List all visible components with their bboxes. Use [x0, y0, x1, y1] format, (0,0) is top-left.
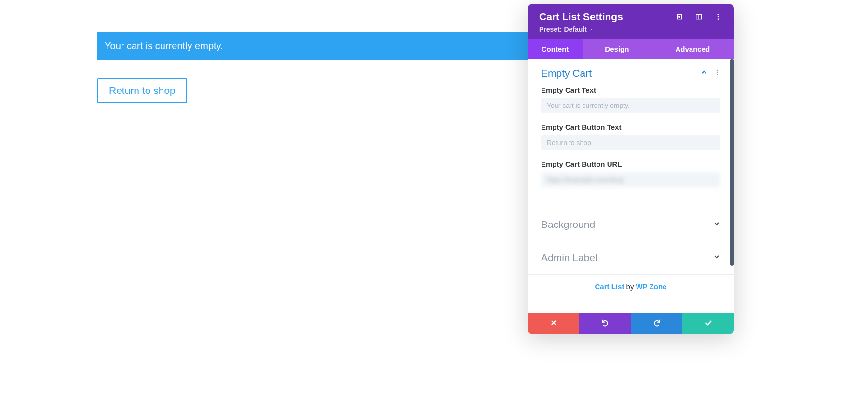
- input-empty-cart-button-text[interactable]: [541, 135, 720, 150]
- credit-line: Cart List by WP Zone: [528, 275, 734, 300]
- section-title-empty-cart: Empty Cart: [541, 67, 592, 79]
- credit-author-link[interactable]: WP Zone: [636, 282, 667, 291]
- chevron-down-icon: [713, 253, 720, 263]
- field-empty-cart-button-text: Empty Cart Button Text: [541, 123, 720, 150]
- svg-point-9: [717, 74, 718, 75]
- section-heading-background[interactable]: Background: [528, 208, 734, 241]
- chevron-up-icon[interactable]: [700, 68, 708, 78]
- section-body-empty-cart: Empty Cart Text Empty Cart Button Text E…: [528, 86, 734, 208]
- panel-footer: [528, 313, 734, 334]
- label-empty-cart-button-text: Empty Cart Button Text: [541, 123, 720, 131]
- section-heading-actions: [700, 68, 720, 78]
- expand-icon[interactable]: [675, 13, 684, 21]
- panel-tabs: Content Design Advanced: [528, 39, 734, 59]
- empty-cart-notice-text: Your cart is currently empty.: [105, 40, 223, 52]
- more-vertical-icon[interactable]: [714, 69, 720, 78]
- preset-label: Preset:: [539, 26, 562, 33]
- svg-point-5: [718, 16, 719, 18]
- panel-body: Empty Cart Empty Cart Text Empty Cart Bu: [528, 59, 734, 313]
- field-empty-cart-text: Empty Cart Text: [541, 86, 720, 113]
- svg-point-7: [717, 70, 718, 71]
- tab-content[interactable]: Content: [528, 39, 583, 59]
- svg-point-8: [717, 72, 718, 73]
- scrollbar-thumb[interactable]: [730, 59, 734, 266]
- svg-point-6: [718, 18, 719, 20]
- section-admin-label: Admin Label: [528, 241, 734, 275]
- more-vertical-icon[interactable]: [714, 13, 722, 21]
- tab-advanced[interactable]: Advanced: [651, 39, 734, 59]
- credit-by: by: [624, 282, 636, 291]
- input-empty-cart-text[interactable]: [541, 98, 720, 113]
- panel-header: Cart List Settings Preset: Default: [528, 4, 734, 39]
- undo-button[interactable]: [579, 313, 631, 334]
- close-icon: [550, 319, 557, 328]
- section-title-admin-label: Admin Label: [541, 252, 597, 264]
- redo-icon: [653, 319, 661, 329]
- cancel-button[interactable]: [528, 313, 579, 334]
- redo-button[interactable]: [631, 313, 682, 334]
- chevron-down-icon: [713, 220, 720, 229]
- check-icon: [705, 319, 712, 329]
- section-title-background: Background: [541, 219, 595, 230]
- section-heading-admin-label[interactable]: Admin Label: [528, 241, 734, 274]
- scrollbar[interactable]: [730, 59, 734, 297]
- panel-title-row: Cart List Settings: [539, 11, 722, 23]
- preset-value: Default: [564, 26, 586, 33]
- caret-down-icon: [589, 26, 594, 33]
- panel-header-icons: [675, 13, 722, 21]
- return-to-shop-button[interactable]: Return to shop: [97, 78, 187, 103]
- section-empty-cart: Empty Cart Empty Cart Text Empty Cart Bu: [528, 59, 734, 208]
- panel-title: Cart List Settings: [539, 11, 623, 23]
- section-heading-empty-cart[interactable]: Empty Cart: [528, 59, 734, 86]
- label-empty-cart-text: Empty Cart Text: [541, 86, 720, 94]
- preset-selector[interactable]: Preset: Default: [539, 26, 722, 33]
- svg-point-1: [679, 16, 680, 18]
- credit-product-link[interactable]: Cart List: [595, 282, 624, 291]
- label-empty-cart-button-url: Empty Cart Button URL: [541, 160, 720, 168]
- svg-point-4: [718, 14, 719, 15]
- return-to-shop-label: Return to shop: [109, 85, 176, 96]
- tab-design[interactable]: Design: [583, 39, 651, 59]
- input-empty-cart-button-url[interactable]: [541, 172, 720, 187]
- section-background: Background: [528, 208, 734, 241]
- save-button[interactable]: [682, 313, 734, 334]
- field-empty-cart-button-url: Empty Cart Button URL: [541, 160, 720, 187]
- columns-icon[interactable]: [694, 13, 703, 21]
- settings-panel: Cart List Settings Preset: Default Con: [528, 4, 734, 334]
- undo-icon: [601, 319, 609, 329]
- page-preview: Your cart is currently empty. Return to …: [0, 0, 868, 397]
